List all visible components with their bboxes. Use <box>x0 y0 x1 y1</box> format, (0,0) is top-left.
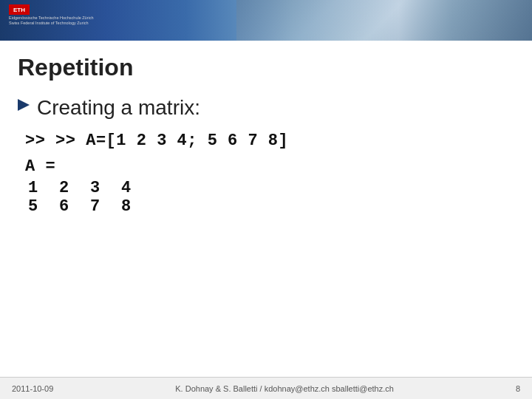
eth-name-line1: Eidgenössische Technische Hochschule Zür… <box>9 16 94 21</box>
matrix-cell-r2c3: 7 <box>90 197 108 216</box>
matrix-cell-r2c2: 6 <box>59 197 77 216</box>
footer-date: 2011-10-09 <box>12 384 53 393</box>
eth-subtitle: Eidgenössische Technische Hochschule Zür… <box>9 16 94 26</box>
eth-logo-area: ETH Eidgenössische Technische Hochschule… <box>9 4 94 26</box>
bullet-text: Creating a matrix: <box>37 96 200 120</box>
footer-authors: K. Dohnay & S. Balletti / kdohnay@ethz.c… <box>175 384 394 393</box>
bullet-section: Creating a matrix: <box>18 96 514 120</box>
code-result-label: A = <box>25 157 514 176</box>
slide-title: Repetition <box>18 54 514 81</box>
matrix-cell-r1c2: 2 <box>59 179 77 197</box>
matrix-cell-r2c1: 5 <box>28 197 46 216</box>
matrix-cell-r2c4: 8 <box>121 197 139 216</box>
code-result: A = 1 2 3 4 5 6 7 8 <box>25 157 514 216</box>
eth-logo-red: ETH <box>9 4 30 15</box>
eth-logo-text: ETH <box>13 7 25 13</box>
matrix-cell-r1c1: 1 <box>28 179 46 197</box>
eth-name-line2: Swiss Federal Institute of Technology Zu… <box>9 21 94 26</box>
footer: 2011-10-09 K. Dohnay & S. Balletti / kdo… <box>0 377 532 399</box>
header-image <box>236 0 532 41</box>
matrix-cell-r1c3: 3 <box>90 179 108 197</box>
main-content: Repetition Creating a matrix: >> >> A=[1… <box>0 41 532 223</box>
code-command-line: >> >> A=[1 2 3 4; 5 6 7 8] <box>25 132 514 150</box>
bullet-marker-icon <box>18 99 30 111</box>
matrix-cell-r1c4: 4 <box>121 179 139 197</box>
footer-page-number: 8 <box>516 384 520 393</box>
code-section: >> >> A=[1 2 3 4; 5 6 7 8] A = 1 2 3 4 5… <box>25 132 514 216</box>
header-banner: ETH Eidgenössische Technische Hochschule… <box>0 0 532 41</box>
code-prompt: >> <box>25 132 55 150</box>
code-matrix-grid: 1 2 3 4 5 6 7 8 <box>28 179 514 216</box>
code-command: >> A=[1 2 3 4; 5 6 7 8] <box>55 132 288 150</box>
